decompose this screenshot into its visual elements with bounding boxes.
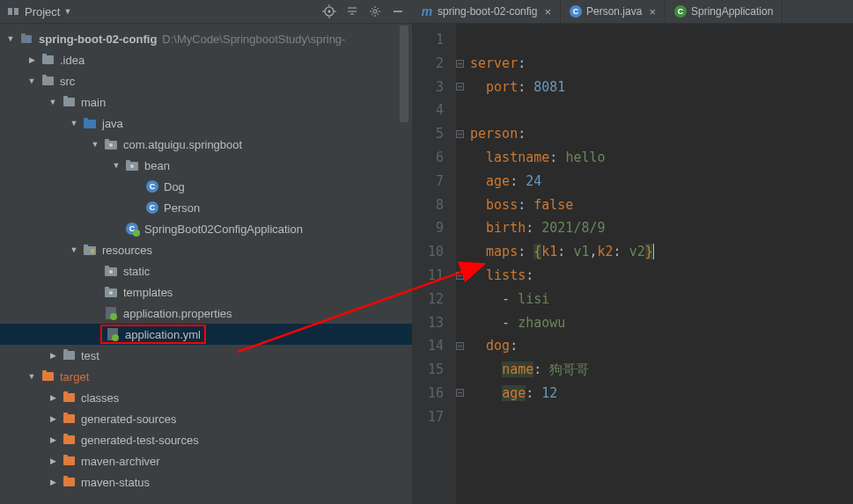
svg-rect-25 <box>91 249 94 253</box>
tree-package[interactable]: ▼ com.atguigu.springboot <box>0 134 412 155</box>
chevron-down-icon[interactable]: ▼ <box>69 118 79 128</box>
svg-rect-1 <box>14 8 18 15</box>
chevron-down-icon[interactable]: ▼ <box>26 371 37 382</box>
tree-maven-status[interactable]: ▶ maven-status <box>0 471 412 493</box>
chevron-right-icon[interactable]: ▶ <box>48 413 58 424</box>
line-number-gutter: 1234567891011121314151617 <box>412 24 456 504</box>
folder-icon <box>62 454 76 468</box>
folder-icon <box>40 53 55 67</box>
svg-rect-14 <box>26 38 30 41</box>
chevron-down-icon[interactable]: ▼ <box>111 160 121 171</box>
chevron-down-icon[interactable]: ▼ <box>48 97 58 107</box>
svg-rect-21 <box>126 160 130 163</box>
tree-classes[interactable]: ▶ classes <box>0 387 412 408</box>
chevron-down-icon[interactable]: ▼ <box>63 7 71 16</box>
spring-config-icon <box>104 306 118 320</box>
folder-icon <box>40 369 55 383</box>
chevron-right-icon[interactable]: ▶ <box>48 392 58 403</box>
tree-main[interactable]: ▼ main <box>0 91 412 113</box>
tab-spring-application[interactable]: C SpringApplication <box>665 0 783 24</box>
class-icon: C <box>146 201 158 214</box>
svg-point-3 <box>328 11 331 13</box>
chevron-right-icon[interactable]: ▶ <box>48 477 58 487</box>
svg-point-19 <box>109 143 113 147</box>
tree-gen-test-sources[interactable]: ▶ generated-test-sources <box>0 429 412 450</box>
editor-tabs: m spring-boot-02-config × C Person.java … <box>412 0 853 24</box>
class-icon: C <box>570 5 582 18</box>
svg-rect-13 <box>21 33 26 36</box>
chevron-down-icon[interactable]: ▼ <box>5 33 16 44</box>
class-icon: C <box>674 5 687 18</box>
svg-rect-15 <box>84 120 96 128</box>
folder-icon <box>62 391 76 405</box>
collapse-icon[interactable] <box>345 4 359 18</box>
tree-gen-sources[interactable]: ▶ generated-sources <box>0 408 412 429</box>
tree-static[interactable]: static <box>0 260 412 281</box>
source-folder-icon <box>83 116 97 130</box>
tree-app-properties[interactable]: application.properties <box>0 303 412 324</box>
project-panel-header[interactable]: Project ▼ <box>0 0 412 24</box>
project-panel-title: Project <box>25 5 60 18</box>
folder-icon <box>62 348 76 362</box>
chevron-right-icon[interactable]: ▶ <box>26 55 37 65</box>
scrollbar-vertical[interactable] <box>400 26 408 421</box>
svg-point-22 <box>130 164 134 168</box>
code-editor[interactable]: 1234567891011121314151617 server: port: … <box>412 24 853 504</box>
class-icon: C <box>146 180 158 193</box>
svg-point-28 <box>109 270 113 274</box>
locate-icon[interactable] <box>322 4 336 18</box>
tree-test[interactable]: ▶ test <box>0 345 412 366</box>
folder-icon <box>62 95 76 109</box>
tree-bean[interactable]: ▼ bean <box>0 155 412 176</box>
folder-icon <box>104 264 118 278</box>
chevron-right-icon[interactable]: ▶ <box>48 456 58 466</box>
svg-rect-18 <box>105 139 109 142</box>
tab-spring-boot-config[interactable]: m spring-boot-02-config × <box>412 0 561 24</box>
package-icon <box>125 158 139 172</box>
tree-templates[interactable]: templates <box>0 281 412 303</box>
chevron-down-icon[interactable]: ▼ <box>90 139 100 150</box>
folder-icon <box>62 475 76 489</box>
chevron-down-icon[interactable]: ▼ <box>26 76 37 86</box>
folder-icon <box>40 74 55 88</box>
chevron-down-icon[interactable]: ▼ <box>69 245 79 255</box>
folder-icon <box>104 285 118 299</box>
tree-app-yml[interactable]: application.yml <box>0 324 412 345</box>
svg-rect-30 <box>105 287 109 289</box>
project-tree-panel: ▼ spring-boot-02-config D:\MyCode\Spring… <box>0 24 412 504</box>
chevron-right-icon[interactable]: ▶ <box>48 435 58 445</box>
close-icon[interactable]: × <box>544 5 551 18</box>
folder-icon <box>62 433 76 447</box>
tree-resources[interactable]: ▼ resources <box>0 239 412 260</box>
tree-springboot-app[interactable]: C SpringBoot02ConfigApplication <box>0 218 412 239</box>
code-content[interactable]: server: port: 8081 person: lastname: hel… <box>456 24 853 504</box>
svg-point-10 <box>373 10 377 13</box>
tree-dog[interactable]: C Dog <box>0 176 412 197</box>
tree-src[interactable]: ▼ src <box>0 70 412 91</box>
svg-rect-27 <box>105 266 109 268</box>
folder-icon <box>62 412 76 426</box>
tab-person-java[interactable]: C Person.java × <box>561 0 665 24</box>
spring-class-icon: C <box>125 222 139 236</box>
maven-icon: m <box>421 5 433 18</box>
hide-icon[interactable] <box>391 4 405 18</box>
tree-maven-archiver[interactable]: ▶ maven-archiver <box>0 450 412 471</box>
module-icon <box>19 32 33 46</box>
tree-target[interactable]: ▼ target <box>0 366 412 387</box>
tree-java[interactable]: ▼ java <box>0 113 412 134</box>
resources-folder-icon <box>83 243 97 257</box>
tree-idea[interactable]: ▶ .idea <box>0 49 412 70</box>
close-icon[interactable]: × <box>649 5 656 18</box>
spring-config-icon <box>106 327 120 341</box>
tree-person[interactable]: C Person <box>0 197 412 218</box>
svg-rect-16 <box>84 118 88 121</box>
project-icon <box>7 5 19 18</box>
tree-project-root[interactable]: ▼ spring-boot-02-config D:\MyCode\Spring… <box>0 28 412 49</box>
chevron-right-icon[interactable]: ▶ <box>48 350 58 361</box>
svg-rect-24 <box>84 245 88 247</box>
svg-rect-0 <box>8 8 12 15</box>
package-icon <box>104 137 118 151</box>
gear-icon[interactable] <box>368 4 382 18</box>
svg-point-31 <box>109 291 113 295</box>
